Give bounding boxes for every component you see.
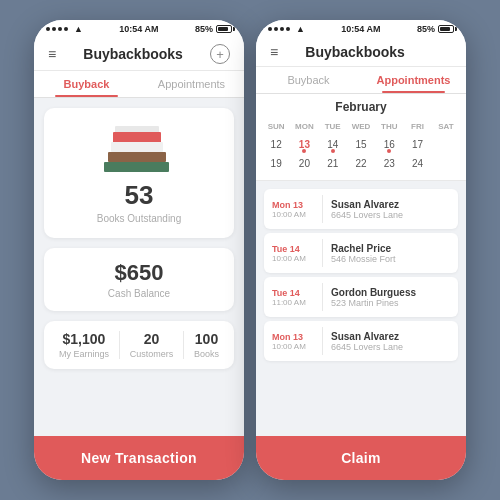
balance-amount: $650 xyxy=(115,260,164,286)
appt-divider-2 xyxy=(322,239,323,267)
signal-dot-2 xyxy=(52,27,56,31)
book-layer-3 xyxy=(111,142,163,152)
appt-info-3: Gordon Burguess 523 Martin Pines xyxy=(331,287,450,308)
claim-button[interactable]: Claim xyxy=(256,436,466,480)
appt-address-3: 523 Martin Pines xyxy=(331,298,450,308)
tab-appointments-left[interactable]: Appointments xyxy=(139,71,244,97)
stats-row: $1,100 My Earnings 20 Customers 100 Book… xyxy=(44,321,234,369)
books-count: 53 xyxy=(125,180,154,211)
time-right: 10:54 AM xyxy=(341,24,380,34)
stat-books: 100 Books xyxy=(194,331,219,359)
appt-time-block-3: Tue 14 11:00 AM xyxy=(272,288,314,307)
day-mon: MON xyxy=(290,120,318,133)
calendar-grid: SUN MON TUE WED THU FRI SAT 12 13 14 15 … xyxy=(256,118,466,180)
battery-pct-right: 85% xyxy=(417,24,435,34)
calendar-day-names: SUN MON TUE WED THU FRI SAT xyxy=(262,120,460,133)
appt-time-1: 10:00 AM xyxy=(272,210,314,219)
appt-address-2: 546 Mossie Fort xyxy=(331,254,450,264)
cal-date-20[interactable]: 20 xyxy=(290,155,318,172)
appt-time-3: 11:00 AM xyxy=(272,298,314,307)
signal-dot-r3 xyxy=(280,27,284,31)
appt-name-1: Susan Alvarez xyxy=(331,199,450,210)
cal-date-16[interactable]: 16 xyxy=(375,136,403,153)
signal-area-right: ▲ xyxy=(268,24,305,34)
tab-buyback-right[interactable]: Buyback xyxy=(256,67,361,93)
battery-fill-left xyxy=(218,27,228,31)
signal-dot-3 xyxy=(58,27,62,31)
cal-date-21[interactable]: 21 xyxy=(319,155,347,172)
tab-buyback-left[interactable]: Buyback xyxy=(34,71,139,97)
battery-fill-right xyxy=(440,27,450,31)
nav-title-right: Buybackbooks xyxy=(305,44,405,60)
signal-dot-r1 xyxy=(268,27,272,31)
balance-card: $650 Cash Balance xyxy=(44,248,234,311)
stat-customers-label: Customers xyxy=(130,349,174,359)
new-transaction-button[interactable]: New Transaction xyxy=(34,436,244,480)
signal-dot-r4 xyxy=(286,27,290,31)
calendar-month: February xyxy=(256,94,466,118)
calendar-week-2: 19 20 21 22 23 24 xyxy=(262,155,460,172)
tab-appointments-right[interactable]: Appointments xyxy=(361,67,466,93)
battery-area-right: 85% xyxy=(417,24,454,34)
appt-info-4: Susan Alvarez 6645 Lovers Lane xyxy=(331,331,450,352)
day-tue: TUE xyxy=(319,120,347,133)
appointment-item-1[interactable]: Mon 13 10:00 AM Susan Alvarez 6645 Lover… xyxy=(264,189,458,229)
top-nav-right: ≡ Buybackbooks xyxy=(256,38,466,67)
appt-day-1: Mon 13 xyxy=(272,200,314,210)
books-illustration xyxy=(104,122,174,172)
appointment-item-3[interactable]: Tue 14 11:00 AM Gordon Burguess 523 Mart… xyxy=(264,277,458,317)
add-button-left[interactable]: + xyxy=(210,44,230,64)
cal-date-14[interactable]: 14 xyxy=(319,136,347,153)
content-left: 53 Books Outstanding $650 Cash Balance $… xyxy=(34,98,244,436)
appt-info-1: Susan Alvarez 6645 Lovers Lane xyxy=(331,199,450,220)
cal-date-24[interactable]: 24 xyxy=(403,155,431,172)
balance-label: Cash Balance xyxy=(108,288,170,299)
battery-pct-left: 85% xyxy=(195,24,213,34)
appt-address-1: 6645 Lovers Lane xyxy=(331,210,450,220)
stat-earnings-value: $1,100 xyxy=(63,331,106,347)
wifi-icon: ▲ xyxy=(74,24,83,34)
day-wed: WED xyxy=(347,120,375,133)
appt-day-2: Tue 14 xyxy=(272,244,314,254)
appt-divider-1 xyxy=(322,195,323,223)
status-bar-right: ▲ 10:54 AM 85% xyxy=(256,20,466,38)
cal-date-19[interactable]: 19 xyxy=(262,155,290,172)
stat-earnings-label: My Earnings xyxy=(59,349,109,359)
left-phone: ▲ 10:54 AM 85% ≡ Buybackbooks + Buyback … xyxy=(34,20,244,480)
cal-date-13[interactable]: 13 xyxy=(290,136,318,153)
stat-customers-value: 20 xyxy=(144,331,160,347)
appt-name-4: Susan Alvarez xyxy=(331,331,450,342)
cal-date-22[interactable]: 22 xyxy=(347,155,375,172)
appt-time-4: 10:00 AM xyxy=(272,342,314,351)
tabs-left: Buyback Appointments xyxy=(34,71,244,98)
appt-name-3: Gordon Burguess xyxy=(331,287,450,298)
appt-day-3: Tue 14 xyxy=(272,288,314,298)
book-layer-2 xyxy=(108,152,166,162)
appointments-list: Mon 13 10:00 AM Susan Alvarez 6645 Lover… xyxy=(256,181,466,436)
appt-time-block-2: Tue 14 10:00 AM xyxy=(272,244,314,263)
day-sun: SUN xyxy=(262,120,290,133)
time-left: 10:54 AM xyxy=(119,24,158,34)
battery-area-left: 85% xyxy=(195,24,232,34)
appt-info-2: Rachel Price 546 Mossie Fort xyxy=(331,243,450,264)
signal-dot-1 xyxy=(46,27,50,31)
signal-dot-r2 xyxy=(274,27,278,31)
books-label: Books Outstanding xyxy=(97,213,182,224)
stat-books-value: 100 xyxy=(195,331,218,347)
hamburger-icon-left[interactable]: ≡ xyxy=(48,46,56,62)
hamburger-icon-right[interactable]: ≡ xyxy=(270,44,278,60)
stat-divider-1 xyxy=(119,331,120,359)
calendar-week-1: 12 13 14 15 16 17 xyxy=(262,136,460,153)
wifi-icon-right: ▲ xyxy=(296,24,305,34)
cal-date-15[interactable]: 15 xyxy=(347,136,375,153)
cal-date-23[interactable]: 23 xyxy=(375,155,403,172)
cal-date-empty-1 xyxy=(432,136,460,153)
cal-date-17[interactable]: 17 xyxy=(403,136,431,153)
cal-date-12[interactable]: 12 xyxy=(262,136,290,153)
appointment-item-2[interactable]: Tue 14 10:00 AM Rachel Price 546 Mossie … xyxy=(264,233,458,273)
signal-dot-4 xyxy=(64,27,68,31)
appointment-item-4[interactable]: Mon 13 10:00 AM Susan Alvarez 6645 Lover… xyxy=(264,321,458,361)
stat-books-label: Books xyxy=(194,349,219,359)
phones-container: ▲ 10:54 AM 85% ≡ Buybackbooks + Buyback … xyxy=(34,20,466,480)
signal-area: ▲ xyxy=(46,24,83,34)
